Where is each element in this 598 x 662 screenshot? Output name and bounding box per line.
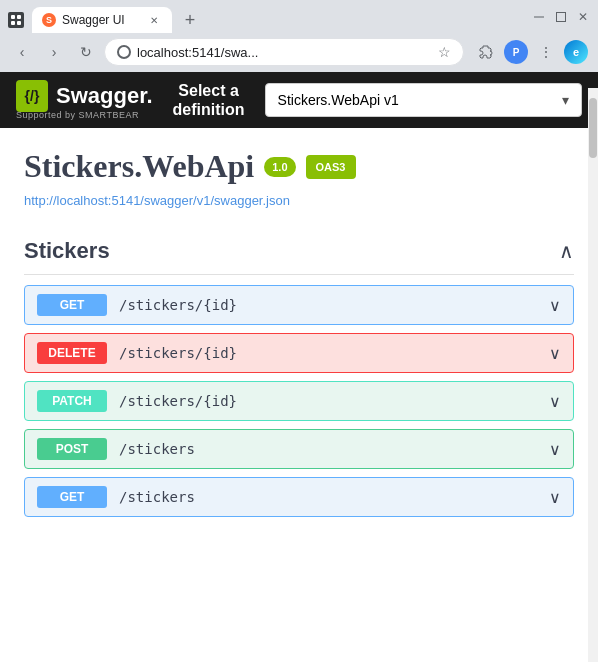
close-button[interactable]: ✕ [576, 10, 590, 24]
section-title: Stickers [24, 238, 110, 264]
endpoints-list: GET /stickers/{id} ∨ DELETE /stickers/{i… [24, 285, 574, 517]
endpoint-path-get-id: /stickers/{id} [119, 297, 549, 313]
method-badge-patch: PATCH [37, 390, 107, 412]
endpoint-row-delete-id[interactable]: DELETE /stickers/{id} ∨ [24, 333, 574, 373]
browser-grid-icon[interactable] [8, 12, 24, 28]
swagger-content: Stickers.WebApi 1.0 OAS3 http://localhos… [0, 128, 598, 630]
scrollbar-thumb[interactable] [589, 98, 597, 158]
definition-chevron-icon: ▾ [562, 92, 569, 108]
ms-edge-icon[interactable]: e [562, 38, 590, 66]
endpoint-row-get[interactable]: GET /stickers ∨ [24, 477, 574, 517]
api-url[interactable]: http://localhost:5141/swagger/v1/swagger… [24, 193, 574, 208]
address-field[interactable]: localhost:5141/swa... ☆ [104, 38, 464, 66]
svg-rect-1 [557, 13, 566, 22]
select-definition-label: Select adefinition [173, 81, 245, 119]
endpoint-chevron-patch-id: ∨ [549, 392, 561, 411]
swagger-header: {/} Swagger. Supported by SMARTBEAR Sele… [0, 72, 598, 128]
swagger-wordmark: Swagger. [56, 83, 153, 109]
more-options-icon[interactable]: ⋮ [532, 38, 560, 66]
maximize-button[interactable] [554, 10, 568, 24]
definition-option-label: Stickers.WebApi v1 [278, 92, 399, 108]
swagger-supported-by: Supported by SMARTBEAR [16, 110, 139, 120]
endpoint-chevron-delete-id: ∨ [549, 344, 561, 363]
endpoint-path-get: /stickers [119, 489, 549, 505]
definition-select[interactable]: Stickers.WebApi v1 ▾ [265, 83, 582, 117]
scrollbar[interactable] [588, 88, 598, 662]
endpoint-path-delete-id: /stickers/{id} [119, 345, 549, 361]
endpoint-row-post[interactable]: POST /stickers ∨ [24, 429, 574, 469]
tab-favicon: S [42, 13, 56, 27]
forward-button[interactable]: › [40, 38, 68, 66]
method-badge-delete: DELETE [37, 342, 107, 364]
endpoint-row-get-id[interactable]: GET /stickers/{id} ∨ [24, 285, 574, 325]
endpoint-path-post: /stickers [119, 441, 549, 457]
section-collapse-icon[interactable]: ∧ [559, 239, 574, 263]
method-badge-post: POST [37, 438, 107, 460]
tab-label: Swagger UI [62, 13, 140, 27]
svg-rect-0 [534, 17, 544, 18]
version-badge: 1.0 [264, 157, 295, 177]
oas-badge: OAS3 [306, 155, 356, 179]
profile-avatar[interactable]: P [502, 38, 530, 66]
reload-button[interactable]: ↻ [72, 38, 100, 66]
endpoint-row-patch-id[interactable]: PATCH /stickers/{id} ∨ [24, 381, 574, 421]
active-tab[interactable]: S Swagger UI ✕ [32, 7, 172, 33]
extensions-icon[interactable] [472, 38, 500, 66]
tab-close-icon[interactable]: ✕ [146, 12, 162, 28]
method-badge-get-1: GET [37, 294, 107, 316]
bookmark-icon[interactable]: ☆ [438, 44, 451, 60]
endpoint-chevron-get: ∨ [549, 488, 561, 507]
endpoint-chevron-post: ∨ [549, 440, 561, 459]
endpoint-path-patch-id: /stickers/{id} [119, 393, 549, 409]
back-button[interactable]: ‹ [8, 38, 36, 66]
endpoint-chevron-get-id: ∨ [549, 296, 561, 315]
minimize-button[interactable] [532, 10, 546, 24]
new-tab-button[interactable]: + [176, 6, 204, 34]
swagger-logo-icon: {/} [16, 80, 48, 112]
address-text: localhost:5141/swa... [137, 45, 432, 60]
api-title: Stickers.WebApi [24, 148, 254, 185]
method-badge-get-2: GET [37, 486, 107, 508]
security-icon [117, 45, 131, 59]
